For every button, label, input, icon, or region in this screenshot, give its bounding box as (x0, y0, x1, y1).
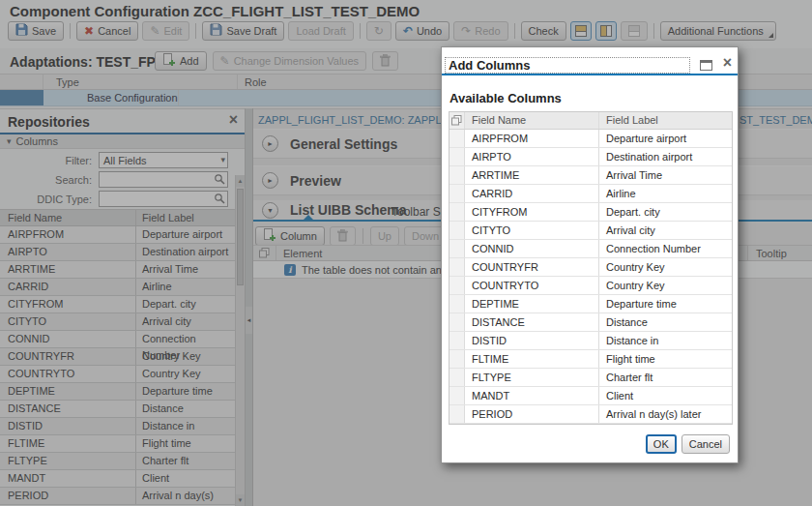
row-selector-cell[interactable] (450, 185, 465, 202)
field-row[interactable]: CITYTO Arrival city (450, 222, 732, 240)
field-name-cell: ARRTIME (465, 166, 598, 184)
field-name-cell: PERIOD (465, 405, 598, 423)
field-label-cell: Charter flt (598, 369, 732, 386)
add-columns-dialog: Add Columns × Available Columns Field Na… (441, 46, 739, 463)
field-row[interactable]: MANDT Client (450, 387, 732, 405)
dialog-actions: OK Cancel (646, 434, 730, 454)
field-name-cell: DEPTIME (465, 295, 598, 313)
cancel-button[interactable]: Cancel (682, 434, 730, 454)
field-label-cell: Airline (598, 185, 732, 202)
field-name-cell: COUNTRYTO (465, 277, 598, 294)
field-label-cell: Departure airport (598, 130, 732, 147)
row-selector-cell[interactable] (450, 313, 465, 331)
close-icon[interactable]: × (723, 54, 732, 72)
row-selector-cell[interactable] (450, 350, 465, 368)
dialog-titlebar[interactable]: Add Columns × (442, 47, 738, 75)
row-selector-cell[interactable] (450, 332, 465, 349)
maximize-icon[interactable] (700, 60, 712, 71)
field-name-cell: CONNID (465, 240, 598, 257)
field-row[interactable]: PERIOD Arrival n day(s) later (450, 405, 732, 424)
field-name-cell: CITYTO (465, 222, 598, 239)
field-row[interactable]: DISTANCE Distance (450, 313, 732, 332)
ok-label: OK (653, 438, 669, 450)
field-label-cell: Arrival Time (598, 166, 732, 184)
field-label-cell: Flight time (598, 350, 732, 368)
field-name-cell: FLTIME (465, 350, 598, 368)
select-all-icon[interactable] (450, 112, 465, 129)
row-selector-cell[interactable] (450, 405, 465, 423)
field-label-cell: Arrival city (598, 222, 732, 239)
field-row[interactable]: COUNTRYFR Country Key (450, 258, 732, 277)
field-label-cell: Country Key (598, 258, 732, 276)
field-label-cell: Distance in (598, 332, 732, 349)
field-name-cell: AIRPFROM (465, 130, 598, 147)
field-label-cell: Depart. city (598, 203, 732, 221)
field-row[interactable]: FLTYPE Charter flt (450, 369, 732, 387)
row-selector-cell[interactable] (450, 258, 465, 276)
field-name-column-header: Field Name (465, 112, 598, 129)
screen: Component Configuration ZCC_FLIGHT_LIST_… (0, 0, 812, 506)
field-label-cell: Country Key (598, 277, 732, 294)
field-name-cell: CITYFROM (465, 203, 598, 221)
field-name-cell: COUNTRYFR (465, 258, 598, 276)
row-selector-cell[interactable] (450, 387, 465, 404)
field-row[interactable]: CARRID Airline (450, 185, 732, 203)
field-row[interactable]: FLTIME Flight time (450, 350, 732, 369)
available-columns-table: Field Name Field Label AIRPFROM Departur… (449, 111, 733, 425)
field-row[interactable]: CONNID Connection Number (450, 240, 732, 258)
dialog-title: Add Columns (445, 57, 690, 74)
row-selector-cell[interactable] (450, 166, 465, 184)
field-label-cell: Departure time (598, 295, 732, 313)
field-row[interactable]: DEPTIME Departure time (450, 295, 732, 313)
field-name-cell: AIRPTO (465, 148, 598, 165)
field-row[interactable]: AIRPFROM Departure airport (450, 130, 732, 148)
row-selector-cell[interactable] (450, 369, 465, 386)
field-label-column-header: Field Label (598, 112, 732, 129)
field-label-cell: Arrival n day(s) later (598, 405, 732, 423)
field-row[interactable]: COUNTRYTO Country Key (450, 277, 732, 295)
ok-button[interactable]: OK (646, 434, 677, 454)
cancel-label: Cancel (689, 438, 722, 450)
row-selector-cell[interactable] (450, 130, 465, 147)
row-selector-cell[interactable] (450, 277, 465, 294)
field-name-cell: FLTYPE (465, 369, 598, 386)
field-row[interactable]: CITYFROM Depart. city (450, 203, 732, 222)
row-selector-cell[interactable] (450, 203, 465, 221)
available-columns-heading: Available Columns (450, 91, 562, 105)
row-selector-cell[interactable] (450, 240, 465, 257)
row-selector-cell[interactable] (450, 295, 465, 313)
field-name-cell: DISTID (465, 332, 598, 349)
row-selector-cell[interactable] (450, 222, 465, 239)
field-label-cell: Destination airport (598, 148, 732, 165)
field-name-cell: MANDT (465, 387, 598, 404)
field-row[interactable]: DISTID Distance in (450, 332, 732, 350)
field-label-cell: Distance (598, 313, 732, 331)
field-label-cell: Connection Number (598, 240, 732, 257)
field-row[interactable]: AIRPTO Destination airport (450, 148, 732, 166)
dialog-table-rows: AIRPFROM Departure airport AIRPTO Destin… (450, 130, 732, 424)
dialog-table-header: Field Name Field Label (450, 112, 732, 130)
field-label-cell: Client (598, 387, 732, 404)
row-selector-cell[interactable] (450, 148, 465, 165)
field-row[interactable]: ARRTIME Arrival Time (450, 166, 732, 185)
field-name-cell: DISTANCE (465, 313, 598, 331)
field-name-cell: CARRID (465, 185, 598, 202)
